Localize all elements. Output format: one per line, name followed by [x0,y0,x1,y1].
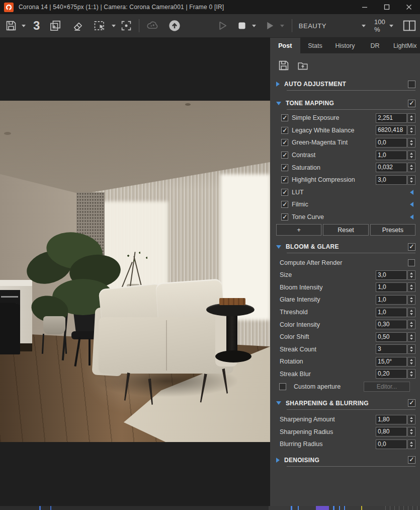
param-value-input[interactable]: 1,0 [376,282,407,292]
param-checkbox[interactable] [281,201,288,208]
close-button[interactable] [398,0,420,14]
section-sharpening-blurring[interactable]: SHARPENING & BLURRING [276,398,415,408]
param-value-input[interactable]: 0,0 [376,138,407,148]
param-value-input[interactable]: 0,30 [376,320,407,329]
collapse-triangle-icon[interactable] [276,401,281,405]
spinner-arrows[interactable] [407,308,415,317]
spinner-arrows[interactable] [407,175,415,185]
bloom-glare-checkbox[interactable] [408,243,415,251]
param-value-input[interactable]: 0,20 [376,369,407,379]
param-checkbox[interactable] [281,127,288,134]
param-value-input[interactable]: 2,251 [376,113,407,123]
maximize-button[interactable] [376,0,398,14]
3dsmax-button[interactable]: 3 [29,19,44,33]
tab-history[interactable]: History [330,38,360,53]
spinner-arrows[interactable] [407,415,415,424]
compute-after-render-checkbox[interactable] [408,259,415,266]
drag-handle-icon[interactable] [276,115,280,121]
denoising-checkbox[interactable] [408,456,415,464]
param-checkbox[interactable] [281,152,288,159]
tone-mapping-checkbox[interactable] [408,100,415,107]
duplicate-to-new-vfb-button[interactable] [47,17,64,34]
drag-handle-icon[interactable] [276,177,280,183]
spinner-arrows[interactable] [407,357,415,367]
param-checkbox[interactable] [281,114,288,121]
render-start-ir-button[interactable] [214,17,230,34]
save-image-button[interactable] [3,17,19,34]
drag-handle-icon[interactable] [276,189,280,195]
spinner-arrows[interactable] [407,332,415,342]
tab-lightmix[interactable]: LightMix [390,38,420,53]
spinner-arrows[interactable] [407,282,415,292]
region-dropdown-caret-icon[interactable] [112,25,116,27]
spinner-arrows[interactable] [407,125,415,135]
zoom-dropdown[interactable]: 100 % [374,18,395,33]
param-value-input[interactable]: 3,0 [376,175,407,185]
aperture-editor-button[interactable]: Editor... [364,382,410,392]
start-render-button[interactable] [262,17,278,34]
drag-handle-icon[interactable] [276,152,280,159]
expand-left-triangle-icon[interactable] [410,190,413,195]
section-auto-adjustment[interactable]: AUTO ADJUSTMENT [276,79,415,89]
clear-vfb-button[interactable] [70,17,86,34]
spinner-arrows[interactable] [407,440,415,449]
param-value-input[interactable]: 15,0° [376,357,407,367]
expand-left-triangle-icon[interactable] [410,202,413,207]
param-value-input[interactable]: 6820,418 [376,125,407,135]
spinner-arrows[interactable] [407,320,415,329]
ab-compare-button[interactable] [400,17,419,34]
param-checkbox[interactable] [281,176,288,183]
param-value-input[interactable]: 1,0 [376,151,407,160]
param-checkbox[interactable] [281,189,288,196]
collapse-triangle-icon[interactable] [276,245,281,249]
save-settings-button[interactable] [277,59,290,72]
tab-post[interactable]: Post [270,38,300,53]
param-value-input[interactable]: 0,0 [376,440,407,449]
param-checkbox[interactable] [281,164,288,171]
save-dropdown-caret-icon[interactable] [22,25,26,27]
drag-handle-icon[interactable] [276,164,280,171]
spinner-arrows[interactable] [407,138,415,148]
expand-triangle-icon[interactable] [276,82,280,87]
section-denoising[interactable]: DENOISING [276,455,415,465]
sharpening-blurring-checkbox[interactable] [408,399,415,407]
corona-upload-button[interactable] [166,17,183,34]
auto-adjustment-checkbox[interactable] [408,81,415,88]
reset-button[interactable]: Reset [323,224,368,236]
spinner-arrows[interactable] [407,427,415,436]
section-tone-mapping[interactable]: TONE MAPPING [276,98,415,108]
drag-handle-icon[interactable] [276,214,280,221]
spinner-arrows[interactable] [407,113,415,123]
render-element-dropdown[interactable]: BEAUTY [299,22,367,30]
spinner-arrows[interactable] [407,369,415,379]
collapse-triangle-icon[interactable] [276,102,281,105]
spinner-arrows[interactable] [407,344,415,354]
load-settings-button[interactable] [296,59,309,72]
expand-triangle-icon[interactable] [276,458,280,463]
focus-pixel-button[interactable] [118,17,134,34]
custom-aperture-checkbox[interactable] [279,383,286,390]
param-value-input[interactable]: 0,032 [376,163,407,172]
tab-dr[interactable]: DR [360,38,390,53]
stop-dropdown-caret-icon[interactable] [252,25,256,27]
stop-render-button[interactable] [234,17,249,34]
param-value-input[interactable]: 3 [376,344,407,354]
drag-handle-icon[interactable] [276,201,280,208]
presets-button[interactable]: Presets [370,224,415,236]
spinner-arrows[interactable] [407,151,415,160]
param-value-input[interactable]: 3,0 [376,270,407,280]
param-value-input[interactable]: 1,0 [376,308,407,317]
tab-stats[interactable]: Stats [300,38,330,53]
param-value-input[interactable]: 1,0 [376,295,407,305]
spinner-arrows[interactable] [407,163,415,172]
param-value-input[interactable]: 0,80 [376,427,407,436]
spinner-arrows[interactable] [407,295,415,305]
drag-handle-icon[interactable] [276,127,280,133]
param-checkbox[interactable] [281,213,288,221]
spinner-arrows[interactable] [407,270,415,280]
region-render-button[interactable] [91,17,109,34]
render-cloud-button[interactable] [144,17,162,34]
param-value-input[interactable]: 1,80 [376,415,407,424]
drag-handle-icon[interactable] [276,139,280,146]
section-bloom-glare[interactable]: BLOOM & GLARE [276,242,415,252]
